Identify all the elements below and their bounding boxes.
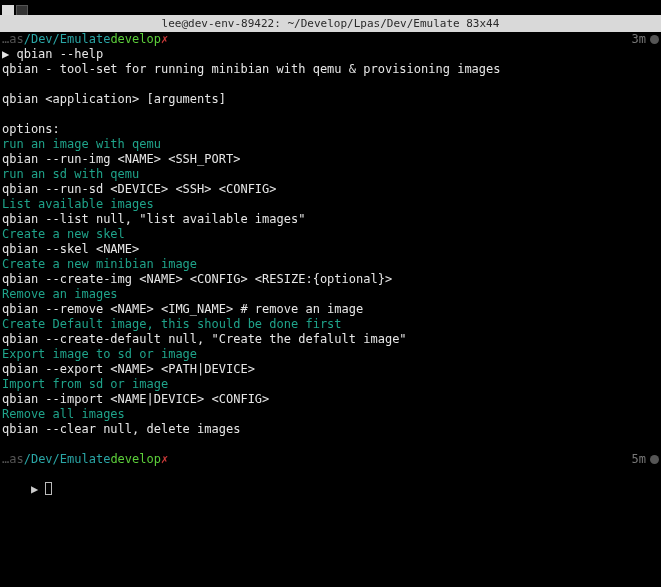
prompt-elapsed: 3m [632, 32, 646, 47]
help-heading: Remove all images [2, 407, 659, 422]
window-title: lee@dev-env-89422: ~/Develop/Lpas/Dev/Em… [162, 16, 500, 31]
prompt-line: …as/Dev/Emulate develop ✗ 5m [2, 452, 659, 467]
output-line: qbian <application> [arguments] [2, 92, 659, 107]
help-heading: Remove an images [2, 287, 659, 302]
window-tab[interactable] [16, 5, 28, 15]
help-usage: qbian --create-default null, "Create the… [2, 332, 659, 347]
help-heading: Create Default image, this should be don… [2, 317, 659, 332]
help-usage: qbian --list null, "list available image… [2, 212, 659, 227]
prompt-path: /Dev/Emulate [24, 452, 111, 467]
terminal-output[interactable]: …as/Dev/Emulate develop ✗ 3m ▶ qbian --h… [0, 32, 661, 514]
help-usage: qbian --skel <NAME> [2, 242, 659, 257]
window-tab-active[interactable] [2, 5, 14, 15]
help-usage: qbian --create-img <NAME> <CONFIG> <RESI… [2, 272, 659, 287]
help-usage: qbian --run-img <NAME> <SSH_PORT> [2, 152, 659, 167]
help-usage: qbian --remove <NAME> <IMG_NAME> # remov… [2, 302, 659, 317]
prompt-line: …as/Dev/Emulate develop ✗ 3m [2, 32, 659, 47]
prompt-caret-icon: ▶ [31, 482, 45, 497]
cursor [45, 482, 52, 495]
prompt-path-truncated: …as [2, 452, 24, 467]
help-usage: qbian --clear null, delete images [2, 422, 659, 437]
help-heading: Create a new skel [2, 227, 659, 242]
output-line: qbian - tool-set for running minibian wi… [2, 62, 659, 77]
status-indicator-icon [650, 455, 659, 464]
command-line: ▶ qbian --help [2, 47, 659, 62]
prompt-dirty-icon: ✗ [161, 452, 168, 467]
help-usage: qbian --export <NAME> <PATH|DEVICE> [2, 362, 659, 377]
help-heading: Export image to sd or image [2, 347, 659, 362]
status-indicator-icon [650, 35, 659, 44]
prompt-path-truncated: …as [2, 32, 24, 47]
help-heading: Import from sd or image [2, 377, 659, 392]
help-usage: qbian --run-sd <DEVICE> <SSH> <CONFIG> [2, 182, 659, 197]
prompt-dirty-icon: ✗ [161, 32, 168, 47]
window-titlebar: lee@dev-env-89422: ~/Develop/Lpas/Dev/Em… [0, 15, 661, 32]
window-tabstrip [0, 0, 661, 15]
help-heading: Create a new minibian image [2, 257, 659, 272]
output-line: options: [2, 122, 659, 137]
help-heading: run an image with qemu [2, 137, 659, 152]
prompt-input-line[interactable]: ▶ [2, 467, 659, 512]
prompt-path: /Dev/Emulate [24, 32, 111, 47]
help-heading: List available images [2, 197, 659, 212]
help-heading: run an sd with qemu [2, 167, 659, 182]
help-usage: qbian --import <NAME|DEVICE> <CONFIG> [2, 392, 659, 407]
prompt-branch: develop [110, 452, 161, 467]
prompt-elapsed: 5m [632, 452, 646, 467]
prompt-branch: develop [110, 32, 161, 47]
